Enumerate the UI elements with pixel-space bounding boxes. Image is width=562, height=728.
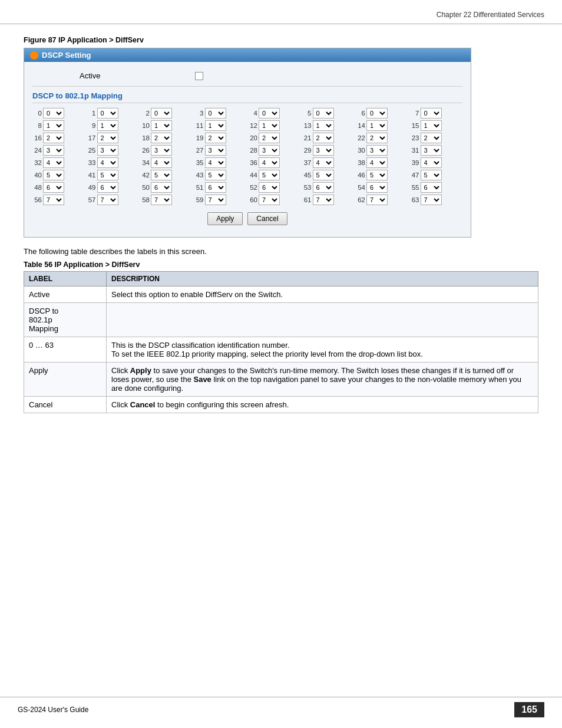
- grid-cell-select[interactable]: 01234567: [366, 157, 388, 168]
- grid-cell-select[interactable]: 01234567: [421, 182, 442, 193]
- grid-cell-select[interactable]: 01234567: [366, 133, 388, 143]
- grid-cell-select[interactable]: 01234567: [366, 145, 388, 156]
- grid-cell-number: 52: [248, 184, 257, 191]
- grid-cell-select[interactable]: 01234567: [313, 182, 334, 193]
- grid-cell-select[interactable]: 01234567: [259, 170, 280, 180]
- grid-cell-select[interactable]: 01234567: [43, 182, 64, 193]
- grid-cell-select[interactable]: 01234567: [205, 170, 226, 180]
- grid-cell-number: 35: [194, 159, 204, 166]
- grid-cell-select[interactable]: 01234567: [421, 145, 442, 156]
- grid-cell-number: 58: [140, 196, 150, 203]
- grid-cell-select[interactable]: 01234567: [97, 170, 118, 180]
- grid-cell: 101234567: [87, 108, 140, 118]
- grid-cell-select[interactable]: 01234567: [151, 157, 172, 168]
- grid-cell-select[interactable]: 01234567: [43, 108, 64, 118]
- footer-title: GS-2024 User's Guide: [18, 706, 88, 714]
- grid-cell-select[interactable]: 01234567: [97, 108, 118, 118]
- grid-cell-number: 39: [410, 159, 419, 166]
- grid-cell-select[interactable]: 01234567: [421, 157, 442, 168]
- grid-cell-select[interactable]: 01234567: [205, 195, 226, 205]
- grid-cell: 501234567: [302, 108, 355, 118]
- grid-cell-select[interactable]: 01234567: [151, 182, 172, 193]
- grid-cell-select[interactable]: 01234567: [421, 195, 442, 205]
- grid-cell-number: 60: [248, 196, 257, 203]
- grid-cell: 4301234567: [194, 170, 247, 180]
- grid-cell-number: 30: [356, 147, 365, 154]
- grid-cell-select[interactable]: 01234567: [259, 108, 280, 118]
- grid-cell-select[interactable]: 01234567: [205, 182, 226, 193]
- grid-cell: 4701234567: [410, 170, 463, 180]
- grid-cell-select[interactable]: 01234567: [421, 120, 442, 131]
- grid-cell: 1301234567: [302, 120, 355, 131]
- grid-cell-select[interactable]: 01234567: [313, 120, 334, 131]
- grid-cell-select[interactable]: 01234567: [366, 170, 388, 180]
- grid-cell-select[interactable]: 01234567: [43, 145, 64, 156]
- table-row: ActiveSelect this option to enable DiffS…: [24, 286, 538, 303]
- grid-cell-select[interactable]: 01234567: [151, 170, 172, 180]
- grid-cell-select[interactable]: 01234567: [151, 145, 172, 156]
- grid-cell-select[interactable]: 01234567: [313, 133, 334, 143]
- grid-cell-select[interactable]: 01234567: [97, 157, 118, 168]
- grid-cell-select[interactable]: 01234567: [366, 108, 388, 118]
- grid-cell: 3601234567: [248, 157, 301, 168]
- grid-cell-select[interactable]: 01234567: [205, 157, 226, 168]
- grid-cell-select[interactable]: 01234567: [97, 182, 118, 193]
- grid-cell-select[interactable]: 01234567: [366, 195, 388, 205]
- grid-cell-select[interactable]: 01234567: [97, 133, 118, 143]
- active-checkbox[interactable]: [195, 72, 203, 80]
- grid-cell-select[interactable]: 01234567: [259, 182, 280, 193]
- grid-cell-select[interactable]: 01234567: [421, 108, 442, 118]
- grid-cell-number: 2: [140, 110, 150, 117]
- grid-cell-select[interactable]: 01234567: [97, 120, 118, 131]
- grid-cell-number: 5: [302, 110, 312, 117]
- grid-cell-select[interactable]: 01234567: [43, 157, 64, 168]
- grid-cell-select[interactable]: 01234567: [313, 170, 334, 180]
- grid-cell-number: 45: [302, 172, 312, 179]
- grid-cell-select[interactable]: 01234567: [259, 195, 280, 205]
- grid-cell-select[interactable]: 01234567: [205, 133, 226, 143]
- grid-cell-select[interactable]: 01234567: [97, 145, 118, 156]
- grid-cell-select[interactable]: 01234567: [259, 157, 280, 168]
- grid-cell-select[interactable]: 01234567: [366, 120, 388, 131]
- table-cell-label: Active: [24, 286, 107, 303]
- grid-cell-select[interactable]: 01234567: [205, 108, 226, 118]
- grid-cell-select[interactable]: 01234567: [313, 108, 334, 118]
- grid-cell-select[interactable]: 01234567: [259, 133, 280, 143]
- table-row: 0 … 63This is the DSCP classification id…: [24, 337, 538, 363]
- grid-cell-select[interactable]: 01234567: [421, 170, 442, 180]
- grid-cell-select[interactable]: 01234567: [205, 145, 226, 156]
- grid-cell-select[interactable]: 01234567: [366, 182, 388, 193]
- panel-icon: [30, 51, 38, 60]
- grid-cell-select[interactable]: 01234567: [97, 195, 118, 205]
- grid-cell-select[interactable]: 01234567: [43, 195, 64, 205]
- grid-cell-select[interactable]: 01234567: [313, 195, 334, 205]
- grid-cell-select[interactable]: 01234567: [151, 133, 172, 143]
- grid-cell-select[interactable]: 01234567: [259, 120, 280, 131]
- table-cell-label: Cancel: [24, 397, 107, 413]
- table-cell-label: 0 … 63: [24, 337, 107, 363]
- active-label: Active: [80, 71, 100, 80]
- grid-cell-select[interactable]: 01234567: [151, 108, 172, 118]
- page-number: 165: [514, 702, 544, 717]
- apply-button[interactable]: Apply: [207, 212, 243, 225]
- cancel-button[interactable]: Cancel: [247, 212, 287, 225]
- grid-cell-number: 24: [32, 147, 42, 154]
- active-row: Active: [32, 68, 462, 86]
- grid-cell-select[interactable]: 01234567: [421, 133, 442, 143]
- grid-cell-select[interactable]: 01234567: [43, 120, 64, 131]
- grid-cell-select[interactable]: 01234567: [43, 133, 64, 143]
- grid-cell-select[interactable]: 01234567: [151, 195, 172, 205]
- grid-cell-number: 14: [356, 122, 365, 129]
- grid-cell-select[interactable]: 01234567: [151, 120, 172, 131]
- dscp-panel-body: Active DSCP to 802.1p Mapping 0012345671…: [24, 62, 471, 237]
- grid-cell-select[interactable]: 01234567: [259, 145, 280, 156]
- grid-cell: 5801234567: [140, 195, 193, 205]
- grid-cell-number: 51: [194, 184, 204, 191]
- grid-cell-select[interactable]: 01234567: [205, 120, 226, 131]
- grid-cell: 6101234567: [302, 195, 355, 205]
- table-cell-description: This is the DSCP classification identifi…: [107, 337, 538, 363]
- grid-cell-select[interactable]: 01234567: [313, 157, 334, 168]
- grid-cell-select[interactable]: 01234567: [43, 170, 64, 180]
- grid-cell-select[interactable]: 01234567: [313, 145, 334, 156]
- grid-cell-number: 25: [87, 147, 96, 154]
